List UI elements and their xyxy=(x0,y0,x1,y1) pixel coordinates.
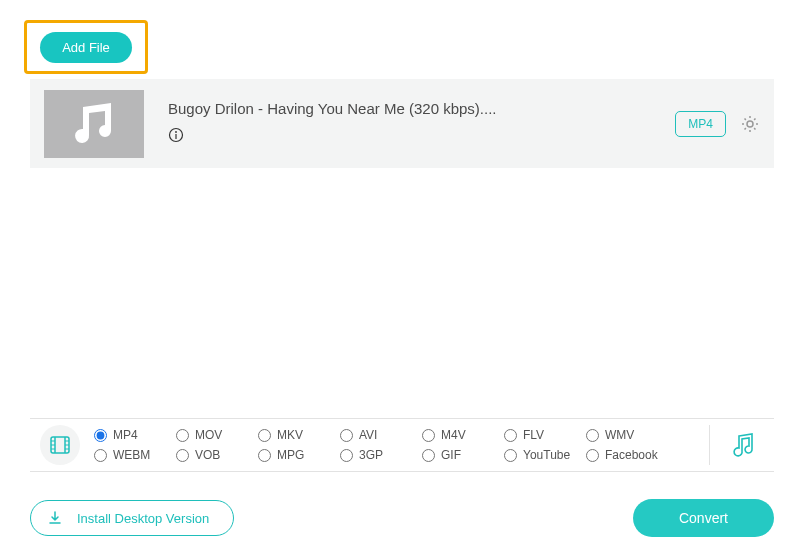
file-info: Bugoy Drilon - Having You Near Me (320 k… xyxy=(168,100,675,147)
add-file-button[interactable]: Add File xyxy=(40,32,132,63)
add-file-highlight: Add File xyxy=(24,20,148,74)
format-option-wmv[interactable]: WMV xyxy=(586,428,668,442)
format-option-avi[interactable]: AVI xyxy=(340,428,422,442)
convert-button[interactable]: Convert xyxy=(633,499,774,537)
format-option-webm[interactable]: WEBM xyxy=(94,448,176,462)
file-thumbnail xyxy=(44,90,144,158)
format-option-mp4[interactable]: MP4 xyxy=(94,428,176,442)
formats-grid: MP4 MOV MKV AVI M4V FLV WMV WEBM VOB MPG… xyxy=(94,428,695,462)
divider xyxy=(709,425,710,465)
music-note-icon xyxy=(69,101,119,147)
formats-bar: MP4 MOV MKV AVI M4V FLV WMV WEBM VOB MPG… xyxy=(30,418,774,472)
format-option-flv[interactable]: FLV xyxy=(504,428,586,442)
video-icon[interactable] xyxy=(40,425,80,465)
format-option-mkv[interactable]: MKV xyxy=(258,428,340,442)
svg-point-3 xyxy=(747,121,753,127)
download-icon xyxy=(47,510,63,526)
format-option-mpg[interactable]: MPG xyxy=(258,448,340,462)
gear-icon[interactable] xyxy=(740,114,760,134)
install-desktop-label: Install Desktop Version xyxy=(77,511,209,526)
format-badge[interactable]: MP4 xyxy=(675,111,726,137)
svg-point-1 xyxy=(175,131,177,133)
format-option-mov[interactable]: MOV xyxy=(176,428,258,442)
file-row: Bugoy Drilon - Having You Near Me (320 k… xyxy=(30,79,774,168)
svg-rect-2 xyxy=(175,134,176,139)
format-option-facebook[interactable]: Facebook xyxy=(586,448,668,462)
info-icon[interactable] xyxy=(168,127,184,147)
format-option-gif[interactable]: GIF xyxy=(422,448,504,462)
audio-tab-icon[interactable] xyxy=(724,431,764,459)
file-title: Bugoy Drilon - Having You Near Me (320 k… xyxy=(168,100,675,117)
format-option-vob[interactable]: VOB xyxy=(176,448,258,462)
bottom-bar: Install Desktop Version Convert xyxy=(30,499,774,537)
format-option-m4v[interactable]: M4V xyxy=(422,428,504,442)
format-option-3gp[interactable]: 3GP xyxy=(340,448,422,462)
format-option-youtube[interactable]: YouTube xyxy=(504,448,586,462)
install-desktop-button[interactable]: Install Desktop Version xyxy=(30,500,234,536)
